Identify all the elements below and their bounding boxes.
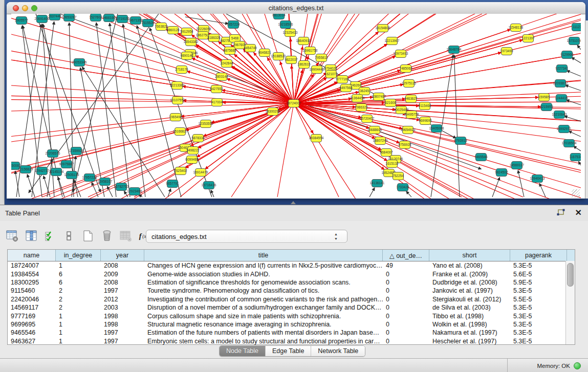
- graph-node[interactable]: 20691406: [35, 15, 50, 23]
- table-row[interactable]: 1456911722003Disruption of a novel membe…: [8, 303, 575, 312]
- table-vertical-scrollbar[interactable]: [565, 261, 575, 344]
- network-vertical-scrollbar[interactable]: [585, 20, 588, 199]
- graph-node[interactable]: 29053346: [72, 59, 87, 67]
- graph-node[interactable]: 8454749: [244, 45, 257, 52]
- graph-node[interactable]: 7485063: [399, 65, 412, 73]
- graph-node[interactable]: 7515526: [141, 19, 155, 27]
- column-header-year[interactable]: year: [101, 250, 144, 261]
- graph-node[interactable]: 15166827: [173, 128, 188, 136]
- graph-node[interactable]: 9463627: [404, 95, 418, 103]
- graph-node[interactable]: 15751074: [567, 37, 581, 45]
- graph-node[interactable]: 14136141: [370, 180, 385, 187]
- graph-node[interactable]: 12505135: [64, 171, 79, 179]
- citation-network-graph[interactable]: 2905572206914061637448106532871527602946…: [11, 14, 581, 199]
- table-row[interactable]: 1938455462009Genome-wide association stu…: [8, 270, 575, 278]
- graph-node[interactable]: 6793913: [454, 137, 467, 145]
- graph-node[interactable]: 12156829: [18, 166, 33, 173]
- graph-node[interactable]: 9498222: [186, 147, 200, 155]
- table-row[interactable]: 1830029562008Estimation of significance …: [8, 278, 575, 287]
- graph-node[interactable]: 15188520: [271, 53, 286, 60]
- table-row[interactable]: 911546021997Tourette syndrome. Phenomeno…: [8, 287, 575, 295]
- graph-node[interactable]: 12325413: [283, 29, 298, 37]
- graph-node[interactable]: 10688609: [367, 126, 382, 134]
- graph-node[interactable]: 16958107: [98, 178, 113, 186]
- graph-node[interactable]: 18300295: [266, 108, 280, 116]
- graph-node[interactable]: 8186328: [207, 34, 221, 42]
- graph-node[interactable]: 11123: [572, 24, 581, 31]
- create-table-icon[interactable]: [81, 229, 95, 243]
- graph-node[interactable]: 19218506: [278, 21, 293, 29]
- graph-node[interactable]: 1615132: [385, 160, 399, 168]
- graph-node[interactable]: 17957223: [82, 174, 97, 182]
- graph-node[interactable]: 18807249: [373, 137, 388, 145]
- graph-node[interactable]: 7955812: [315, 54, 328, 62]
- show-column-icon[interactable]: [24, 229, 38, 243]
- table-selector-dropdown[interactable]: citations_edges.txt ▲▼: [146, 230, 347, 243]
- graph-node[interactable]: 1965496: [169, 114, 182, 121]
- graph-node[interactable]: 12353553: [199, 120, 213, 128]
- tab-node-table[interactable]: Node Table: [220, 346, 266, 356]
- import-table-disabled-icon[interactable]: [119, 229, 133, 243]
- graph-hub-node[interactable]: 18724007: [287, 100, 301, 107]
- graph-node[interactable]: 36245: [359, 87, 370, 95]
- graph-node[interactable]: 10653287: [62, 14, 77, 21]
- graph-node[interactable]: 90975887: [59, 161, 74, 168]
- column-header-pagerank[interactable]: pagerank: [510, 250, 567, 261]
- graph-node[interactable]: 9777169: [336, 76, 349, 83]
- graph-node[interactable]: 9465546: [474, 154, 488, 161]
- graph-node[interactable]: 16648784: [447, 46, 462, 54]
- graph-node[interactable]: 17359928: [69, 147, 84, 155]
- graph-node[interactable]: 12145194: [49, 168, 64, 176]
- graph-node[interactable]: 12923468: [127, 188, 142, 195]
- graph-node[interactable]: 11548138: [509, 24, 524, 32]
- graph-node[interactable]: 5878334: [191, 135, 205, 142]
- table-row[interactable]: 2242004622012Investigating the contribut…: [8, 295, 575, 303]
- graph-node[interactable]: 15720407: [360, 115, 375, 123]
- graph-node[interactable]: 12093872: [553, 80, 568, 87]
- graph-node[interactable]: 20206576: [46, 150, 60, 158]
- delete-table-icon[interactable]: [100, 229, 114, 243]
- graph-node[interactable]: 9890146: [180, 52, 193, 60]
- graph-node[interactable]: 9822037: [285, 56, 298, 64]
- split-pane-handle[interactable]: [291, 201, 296, 204]
- graph-node[interactable]: 1221397: [521, 35, 535, 42]
- graph-node[interactable]: 7857224: [227, 21, 240, 29]
- graph-node[interactable]: 8215953: [540, 103, 553, 111]
- graph-node[interactable]: 9684067: [380, 149, 393, 157]
- graph-node[interactable]: 19654923: [401, 126, 416, 134]
- graph-node[interactable]: 9699695: [419, 117, 432, 125]
- window-resize-grip[interactable]: [572, 189, 580, 198]
- graph-node[interactable]: 10807487: [372, 93, 386, 101]
- graph-node[interactable]: 1637448: [48, 14, 61, 20]
- graph-node[interactable]: 9646821: [258, 49, 271, 57]
- column-header-in_degree[interactable]: in_degree: [56, 250, 101, 261]
- column-header-title[interactable]: title: [144, 250, 383, 261]
- table-settings-icon[interactable]: [5, 229, 19, 243]
- select-columns-icon[interactable]: [43, 229, 57, 243]
- graph-node[interactable]: 16914479: [193, 169, 208, 177]
- graph-node[interactable]: 19384554: [309, 135, 324, 142]
- rows-icon[interactable]: [62, 229, 76, 243]
- graph-node[interactable]: 5875685: [223, 47, 236, 55]
- table-row[interactable]: 946362711997Embryonic stem cells: a mode…: [8, 337, 575, 345]
- column-header-out_de[interactable]: △ out_de…: [383, 250, 429, 261]
- tab-edge-table[interactable]: Edge Table: [266, 346, 311, 356]
- graph-node[interactable]: 21364456: [350, 95, 365, 102]
- graph-node[interactable]: 9466160: [102, 14, 116, 22]
- float-window-icon[interactable]: [556, 209, 565, 217]
- graph-node[interactable]: 29495758: [404, 111, 419, 119]
- graph-node[interactable]: 16210643: [552, 111, 567, 119]
- graph-node[interactable]: 1862615: [297, 61, 311, 69]
- graph-node[interactable]: 8427552: [210, 85, 223, 93]
- graph-node[interactable]: 9227341: [555, 65, 569, 73]
- graph-node[interactable]: 159585: [538, 94, 550, 101]
- graph-node[interactable]: 2905572: [15, 17, 28, 25]
- graph-node[interactable]: 7986322: [355, 104, 368, 112]
- graph-node[interactable]: 16961758: [303, 47, 318, 55]
- graph-node[interactable]: 2718176: [175, 66, 188, 74]
- graph-node[interactable]: 1167534: [570, 154, 581, 161]
- graph-node[interactable]: 10940413: [530, 175, 545, 183]
- graph-node[interactable]: 6497568: [339, 84, 353, 92]
- graph-node[interactable]: 15716416: [202, 182, 216, 189]
- graph-node[interactable]: 1244415: [555, 95, 568, 102]
